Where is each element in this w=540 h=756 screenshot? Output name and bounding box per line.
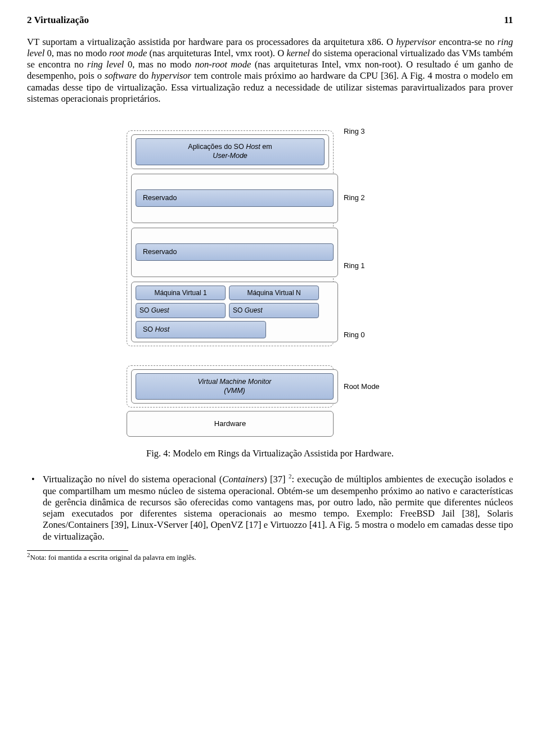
ring1-label: Ring 1: [344, 261, 397, 270]
vm1-block: Máquina Virtual 1: [136, 286, 226, 301]
ring0-container: Máquina Virtual 1 SO Guest Máquina Virtu…: [131, 282, 338, 343]
vmm-container: Virtual Machine Monitor (VMM): [131, 369, 338, 404]
ring2-container: Reservado: [131, 174, 338, 223]
hardware-container: Hardware: [127, 411, 334, 437]
ring3-apps-block: Aplicações do SO Host em User-Mode: [136, 138, 325, 165]
hardware-block: Hardware: [131, 419, 329, 428]
ring2-label: Ring 2: [344, 193, 397, 202]
footnote-divider: [27, 550, 128, 551]
page-number: 11: [504, 15, 513, 26]
footnote-2: 2Nota: foi mantida a escrita original da…: [27, 553, 513, 562]
vm1-so-guest: SO Guest: [136, 303, 226, 318]
figure-4: Aplicações do SO Host em User-Mode Reser…: [27, 115, 513, 459]
ring-diagram: Aplicações do SO Host em User-Mode Reser…: [127, 115, 413, 439]
vmN-so-guest: SO Guest: [229, 303, 319, 318]
figure-4-caption: Fig. 4: Modelo em Rings da Virtualização…: [146, 448, 394, 459]
vmN-block: Máquina Virtual N: [229, 286, 319, 301]
bullet-item-containers: Virtualização no nível do sistema operac…: [27, 474, 513, 542]
bullet-list: Virtualização no nível do sistema operac…: [27, 474, 513, 542]
page-header: 2 Virtualização 11: [27, 15, 513, 26]
ring3-container: Aplicações do SO Host em User-Mode: [131, 134, 329, 169]
so-host-block: SO Host: [136, 321, 266, 338]
root-mode-label: Root Mode: [344, 382, 397, 391]
ring3-label: Ring 3: [344, 127, 397, 136]
non-root-mode-group: Aplicações do SO Host em User-Mode Reser…: [127, 130, 334, 346]
paragraph-1: VT suportam a virtualização assistida po…: [27, 37, 513, 105]
section-title: 2 Virtualização: [27, 15, 89, 26]
ring0-label: Ring 0: [344, 331, 397, 339]
ring1-container: Reservado: [131, 228, 338, 277]
root-mode-group: Virtual Machine Monitor (VMM): [127, 365, 334, 408]
ring1-reserved-block: Reservado: [136, 243, 334, 261]
ring2-reserved-block: Reservado: [136, 189, 334, 207]
vmm-block: Virtual Machine Monitor (VMM): [136, 373, 334, 400]
